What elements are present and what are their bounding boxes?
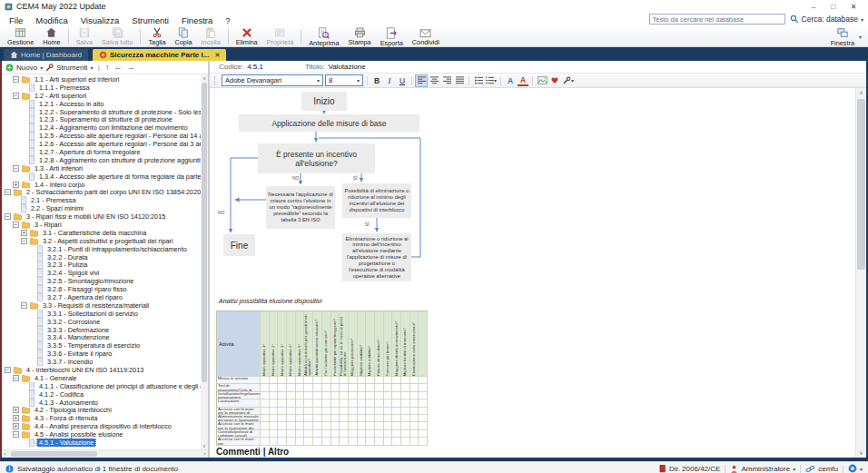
tree-item[interactable]: 3.2.7 - Apertura del riparo <box>2 293 201 301</box>
tree-item[interactable]: − 1.2 - Arti superiori <box>2 92 201 100</box>
tree-item[interactable]: − 3.3 - Requisiti di resistenza/material… <box>2 301 201 310</box>
help-menu[interactable]: ▾ <box>848 464 863 473</box>
numbered-list-button[interactable]: ▾ <box>486 75 497 86</box>
tree-item[interactable]: 3.3.2 - Corrosione <box>2 318 201 326</box>
highlight-color-button[interactable]: A <box>518 75 528 86</box>
menu-item-modifica[interactable]: Modifica <box>29 14 74 27</box>
tree-item[interactable]: 1.3.4 - Accesso alle aperture di forma r… <box>2 172 201 181</box>
collapse-icon[interactable]: − <box>5 189 11 195</box>
scroll-down-icon[interactable]: ∨ <box>856 449 866 457</box>
insert-image-button[interactable] <box>537 75 547 86</box>
tree-item[interactable]: + 4.3 - Forza di ritenuta <box>2 414 201 422</box>
tree-item[interactable]: − 4.1 - Generale <box>2 374 201 382</box>
expand-icon[interactable]: + <box>13 415 19 421</box>
toolbar-button-esporta[interactable]: Esporta <box>376 27 408 46</box>
tree-item[interactable]: 1.2.7 - Aperture di forma irregolare <box>2 148 201 156</box>
search-database-button[interactable]: Cerca: database ▾ <box>790 15 863 24</box>
tree-item[interactable]: 3.3.3 - Deformazione <box>2 326 201 334</box>
expand-icon[interactable]: + <box>13 182 19 188</box>
tree-item[interactable]: + 3.1 - Caratteristiche della macchina <box>2 229 201 237</box>
font-color-button[interactable]: A <box>505 75 516 86</box>
tree-item[interactable]: − 3 - Ripari <box>2 221 201 229</box>
collapse-icon[interactable]: − <box>13 93 19 99</box>
toolbar-button-anteprima[interactable]: Anteprima <box>304 27 343 46</box>
tree-item[interactable]: − 3 - Ripari fissi e mobili UNI EN ISO 1… <box>2 212 201 221</box>
tree-item[interactable]: 3.3.1 - Sollecitazioni di servizio <box>2 310 201 318</box>
scroll-up-icon[interactable]: ∧ <box>856 89 866 96</box>
tree-item[interactable]: 3.3.5 - Temperatura di esercizio <box>2 341 201 350</box>
new-button[interactable]: Nuovo <box>16 64 37 72</box>
font-size-select[interactable]: 8 ▾ <box>325 74 363 86</box>
user-menu[interactable]: Amministratore ▾ <box>730 465 795 473</box>
expand-icon[interactable]: + <box>21 230 27 236</box>
collapse-icon[interactable]: − <box>13 76 19 83</box>
underline-button[interactable]: U <box>397 75 408 86</box>
bold-button[interactable]: B <box>371 75 382 86</box>
tab-close-icon[interactable]: ✕ <box>214 52 220 59</box>
tree-item[interactable]: + 4.4 - Analisi presenza dispositivo di … <box>2 422 201 430</box>
tab-home-dashboard[interactable]: Home | Dashboard <box>4 49 88 61</box>
tree-item[interactable]: 2.1 - Premessa <box>2 196 201 204</box>
tree-item[interactable]: 2.2 - Spazi minimi <box>2 204 201 212</box>
align-right-button[interactable] <box>441 75 452 86</box>
menu-item-help[interactable]: ? <box>219 14 236 27</box>
tree-scrollbar-thumb[interactable] <box>202 83 207 382</box>
tree-item[interactable]: 1.2.4 - Aggiramento con limitazione del … <box>2 123 201 132</box>
menu-item-finestra[interactable]: Finestra <box>175 14 219 27</box>
collapse-icon[interactable]: − <box>13 375 19 381</box>
tree-item[interactable]: 1.2.2 - Superamento di strutture di prot… <box>2 108 201 116</box>
move-up-button[interactable]: ↑ <box>104 63 111 72</box>
tree-item[interactable]: 3.3.6 - Evitare il riparo <box>2 350 201 358</box>
italic-button[interactable]: I <box>384 75 395 86</box>
tree-item[interactable]: 1.2.3 - Superamento di strutture di prot… <box>2 115 201 123</box>
tree-item[interactable]: − 4 - Interblocchi UNI EN ISO 14119:2013 <box>2 366 201 374</box>
tree-item[interactable]: − 2 - Schiacciamento parti del corpo UNI… <box>2 188 201 196</box>
maximize-button[interactable]: □ <box>824 1 843 13</box>
insert-symbol-button[interactable] <box>549 75 560 86</box>
tree-item[interactable]: − 3.2 - Aspetti costruttivi e progettual… <box>2 237 201 245</box>
align-center-button[interactable] <box>429 75 439 86</box>
tree-item[interactable]: 4.1.1 - Classificazione dei principi di … <box>2 382 201 390</box>
tree-item[interactable]: − 4.5 - Analisi possibile elusione <box>2 430 201 439</box>
collapse-icon[interactable]: − <box>5 367 11 373</box>
toolbar-button-condividi[interactable]: Condividi <box>408 27 444 46</box>
menu-item-visualizza[interactable]: Visualizza <box>74 14 126 27</box>
scroll-down-icon[interactable]: ∨ <box>201 442 208 449</box>
menu-item-strumenti[interactable]: Strumenti <box>125 14 175 27</box>
tree-item[interactable]: 3.3.7 - Incendio <box>2 358 201 366</box>
tree-item[interactable]: + 4.2 - Tipologia interblocchi <box>2 407 201 415</box>
move-right-button[interactable]: → <box>125 63 135 72</box>
close-button[interactable]: ✕ <box>843 1 863 13</box>
tree-item[interactable]: 3.2.4 - Spigoli vivi <box>2 269 201 277</box>
minimize-button[interactable]: – <box>804 1 824 13</box>
tree-item[interactable]: 3.3.4 - Manutenzione <box>2 334 201 342</box>
tools-menu-button[interactable]: ▾ <box>562 75 574 86</box>
menu-item-file[interactable]: File <box>3 14 29 27</box>
toolbar-button-taglia[interactable]: Taglia <box>143 27 170 46</box>
tree-item[interactable]: 4.1.2 - Codifica <box>2 390 201 399</box>
tree-item[interactable]: 3.2.6 - Fissaggi riparo fisso <box>2 285 201 293</box>
scroll-up-icon[interactable]: ∧ <box>201 74 208 82</box>
tree-item[interactable]: 4.5.1 - Valutazione <box>2 439 201 447</box>
tree-item[interactable]: − 1.3 - Arti inferiori <box>2 164 201 172</box>
expand-icon[interactable]: + <box>13 407 19 413</box>
tree-item[interactable]: + 1.4 - Intero corpo <box>2 181 201 189</box>
toolbar-grip[interactable] <box>214 76 218 85</box>
collapse-icon[interactable]: − <box>21 302 27 309</box>
tree-item[interactable]: 1.2.8 - Aggiramento con strutture di pro… <box>2 156 201 164</box>
document-vertical-scrollbar[interactable]: ∧ ∨ <box>855 88 866 458</box>
directive-indicator[interactable]: Dir. 2006/42/CE <box>658 464 720 473</box>
tree-item[interactable]: 3.2.3 - Pulizia <box>2 261 201 269</box>
toolbar-button-stampa[interactable]: Stampa <box>344 27 376 46</box>
toolbar-button-home[interactable]: Home <box>38 27 64 46</box>
toolbar-button-copia[interactable]: Copia <box>171 27 197 46</box>
tree-item[interactable]: 1.2.1 - Accesso in alto <box>2 100 201 108</box>
document-scrollbar-thumb[interactable] <box>857 99 865 270</box>
database-search-input[interactable] <box>649 14 785 25</box>
connection-indicator[interactable]: cemfu <box>805 465 838 473</box>
tree-item[interactable]: − 1.1 - Arti superiori ed inferiori <box>2 75 201 84</box>
tree-horizontal-scrollbar[interactable]: < > <box>2 449 208 458</box>
collapse-icon[interactable]: − <box>13 165 19 172</box>
tree-hscrollbar-thumb[interactable] <box>11 451 97 457</box>
expand-icon[interactable]: + <box>13 423 19 429</box>
